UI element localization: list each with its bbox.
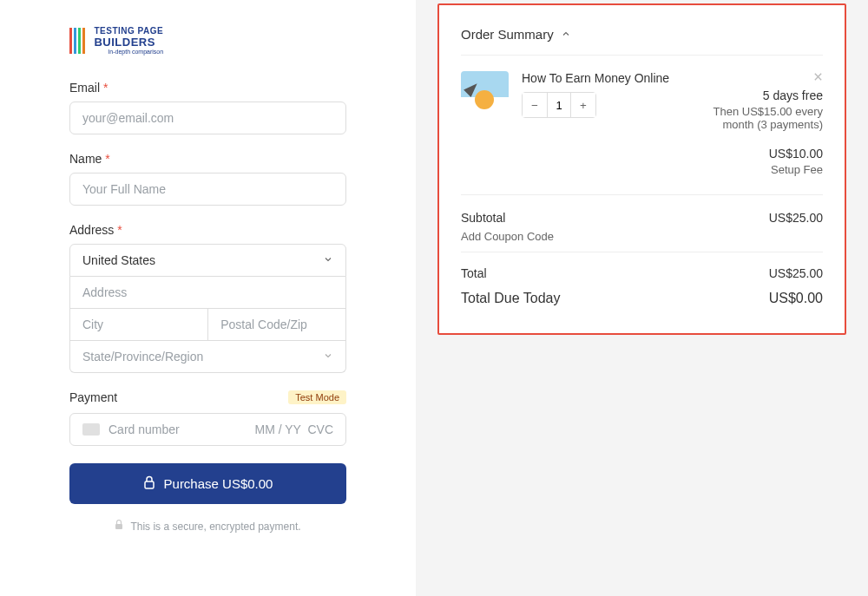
test-mode-badge: Test Mode xyxy=(288,390,346,404)
card-input[interactable]: Card number MM / YY CVC xyxy=(69,413,346,446)
due-today-value: US$0.00 xyxy=(769,291,823,306)
region-placeholder: State/Province/Region xyxy=(70,341,345,372)
order-summary: Order Summary How To Earn Money Online −… xyxy=(437,3,846,335)
logo-line2: BUILDERS xyxy=(94,36,163,49)
product-title: How To Earn Money Online xyxy=(522,71,693,85)
logo-tagline: In-depth comparison xyxy=(94,49,163,55)
purchase-button[interactable]: Purchase US$0.00 xyxy=(69,463,346,504)
subtotal-value: US$25.00 xyxy=(769,211,823,225)
postal-field[interactable] xyxy=(207,309,346,341)
coupon-link[interactable]: Add Coupon Code xyxy=(461,230,823,243)
qty-value: 1 xyxy=(547,93,571,117)
summary-header[interactable]: Order Summary xyxy=(461,27,823,56)
name-label: Name * xyxy=(69,152,346,166)
logo-line1: TESTING PAGE xyxy=(94,26,163,36)
region-select[interactable]: State/Province/Region xyxy=(69,341,346,373)
product-row: How To Earn Money Online − 1 + 5 days fr… xyxy=(461,56,823,195)
trial-text: 5 days free xyxy=(693,88,823,102)
svg-rect-1 xyxy=(115,524,122,529)
address-label: Address * xyxy=(69,223,346,237)
purchase-button-label: Purchase US$0.00 xyxy=(164,476,273,491)
city-field[interactable] xyxy=(69,309,207,341)
qty-increase-button[interactable]: + xyxy=(571,93,595,117)
total-value: US$25.00 xyxy=(769,266,823,280)
secure-note: This is a secure, encrypted payment. xyxy=(69,520,346,533)
country-value: United States xyxy=(70,245,345,276)
address-field[interactable] xyxy=(69,277,346,309)
svg-rect-0 xyxy=(145,481,154,488)
card-number-placeholder: Card number xyxy=(108,422,254,436)
name-field[interactable] xyxy=(69,173,346,206)
lock-small-icon xyxy=(115,520,123,533)
product-image xyxy=(461,71,509,119)
logo: TESTING PAGE BUILDERS In-depth compariso… xyxy=(69,26,346,55)
payment-label: Payment xyxy=(69,390,117,404)
email-label: Email * xyxy=(69,81,346,95)
country-select[interactable]: United States xyxy=(69,244,346,277)
card-icon xyxy=(82,423,100,436)
setup-price: US$10.00 xyxy=(693,147,823,160)
qty-decrease-button[interactable]: − xyxy=(523,93,547,117)
setup-label: Setup Fee xyxy=(693,163,823,176)
due-today-label: Total Due Today xyxy=(461,291,560,306)
chevron-up-icon xyxy=(561,27,571,42)
recurring-text: Then US$15.00 every month (3 payments) xyxy=(693,105,823,131)
email-field[interactable] xyxy=(69,102,346,134)
total-label: Total xyxy=(461,266,487,280)
lock-icon xyxy=(143,475,155,492)
summary-title: Order Summary xyxy=(461,27,554,42)
subtotal-label: Subtotal xyxy=(461,211,505,225)
quantity-stepper: − 1 + xyxy=(522,92,596,118)
remove-item-button[interactable] xyxy=(693,71,823,84)
